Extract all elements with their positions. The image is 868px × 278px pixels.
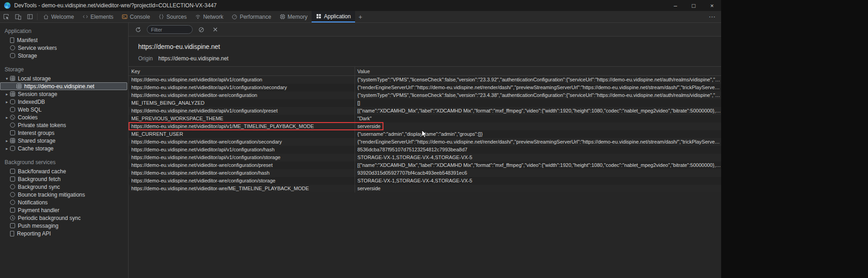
expander-icon[interactable]: ▸ [4,92,10,96]
key-cell[interactable]: https://demo-eu.vidispine.net/vidieditor… [129,177,355,185]
refresh-icon[interactable] [133,25,143,35]
value-cell[interactable]: serverside [355,185,721,192]
table-row[interactable]: https://demo-eu.vidispine.net/vidieditor… [129,169,721,177]
value-cell[interactable]: {"renderEngineServerUrl":"https://demo-e… [355,84,721,91]
sidebar-item-shared-storage[interactable]: ▸ Shared storage [0,137,128,144]
delete-selected-icon[interactable] [210,25,220,35]
sidebar-item-cache-storage[interactable]: ▸ Cache storage [0,144,128,152]
table-row[interactable]: https://demo-eu.vidispine.net/vidieditor… [129,84,721,91]
value-cell[interactable]: [] [355,99,721,107]
sidebar-item-private-state-tokens[interactable]: Private state tokens [0,121,128,129]
expander-icon[interactable]: ▸ [4,139,10,143]
close-button[interactable]: × [703,0,721,11]
value-cell[interactable]: 93920d315d05927707bf4cacb493eeb548391ec6 [355,169,721,177]
value-column-header[interactable]: Value [355,67,721,75]
table-row[interactable]: https://demo-eu.vidispine.net/vidieditor… [129,107,721,115]
sidebar-item-local-storage[interactable]: ▾ Local storage [0,75,128,82]
sidebar-item-session-storage[interactable]: ▸ Session storage [0,90,128,98]
table-row[interactable]: ME_ITEMS_BEING_ANALYZED [] [129,99,721,107]
value-cell[interactable]: {"renderEngineServerUrl":"https://demo-e… [355,138,721,146]
sidebar-item-background-fetch[interactable]: Background fetch [0,175,128,183]
application-icon [316,13,322,19]
value-cell[interactable]: [{"name":"XDCAMHD_Mix","label":"XDCAMHD … [355,107,721,115]
tab-performance[interactable]: Performance [227,11,275,22]
sidebar-item-notifications[interactable]: Notifications [0,198,128,206]
value-cell[interactable]: [{"name":"XDCAMHD_Mix","label":"XDCAMHD … [355,161,721,169]
key-cell[interactable]: https://demo-eu.vidispine.net/vidieditor… [129,76,355,84]
key-cell[interactable]: https://demo-eu.vidispine.net/vidieditor… [129,107,355,115]
tab-network[interactable]: Network [191,11,227,22]
sidebar-item-payment-handler[interactable]: Payment handler [0,206,128,214]
table-row[interactable]: https://demo-eu.vidispine.net/vidieditor… [129,76,721,84]
sidebar-item-bounce-tracking-mitigations[interactable]: Bounce tracking mitigations [0,191,128,198]
table-row[interactable]: https://demo-eu.vidispine.net/vidieditor… [129,91,721,99]
key-cell[interactable]: https://demo-eu.vidispine.net/vidieditor… [129,123,355,130]
tab-memory[interactable]: Memory [275,11,312,22]
table-row[interactable]: ME_PREVIOUS_WORKSPACE_THEME "Dark" [129,115,721,123]
sidebar-item-reporting-api[interactable]: Reporting API [0,230,128,237]
value-cell[interactable]: {"systemType":"VPMS","licenseCheck":fals… [355,91,721,99]
table-row[interactable]: https://demo-eu.vidispine.net/vidieditor… [129,161,721,169]
key-cell[interactable]: https://demo-eu.vidispine.net/vidieditor… [129,91,355,99]
toolbar-separator [37,13,38,20]
sidebar-item-local-storage-origin[interactable]: https://demo-eu.vidispine.net [0,82,127,90]
table-row[interactable]: https://demo-eu.vidispine.net/vidieditor… [129,177,721,185]
key-cell[interactable]: https://demo-eu.vidispine.net/vidieditor… [129,138,355,146]
sidebar-item-interest-groups[interactable]: Interest groups [0,129,128,137]
table-row[interactable]: https://demo-eu.vidispine.net/vidieditor… [129,185,721,192]
tab-application[interactable]: Application [312,11,355,22]
maximize-button[interactable]: □ [685,0,703,11]
tab-sources[interactable]: Sources [154,11,191,22]
expander-icon[interactable]: ▸ [4,115,10,120]
value-cell[interactable]: serverside [355,123,721,130]
key-cell[interactable]: https://demo-eu.vidispine.net/vidieditor… [129,161,355,169]
key-cell[interactable]: ME_CURRENT_USER [129,130,355,138]
value-cell[interactable]: {"username":"admin","displayName":"admin… [355,130,721,138]
table-row-highlighted[interactable]: https://demo-eu.vidispine.net/vidieditor… [129,123,721,130]
sidebar-item-cookies[interactable]: ▸ Cookies [0,113,128,121]
panel-layout-icon[interactable] [24,11,36,22]
more-options-button[interactable]: ⋯ [706,11,717,22]
sidebar-item-manifest[interactable]: Manifest [0,36,128,44]
key-cell[interactable]: https://demo-eu.vidispine.net/vidieditor… [129,84,355,91]
table-row[interactable]: https://demo-eu.vidispine.net/vidieditor… [129,138,721,146]
expander-icon[interactable]: ▾ [4,76,10,81]
key-cell[interactable]: https://demo-eu.vidispine.net/vidieditor… [129,185,355,192]
sidebar-item-push-messaging[interactable]: Push messaging [0,222,128,230]
sidebar-item-label: Manifest [17,37,38,43]
device-toolbar-icon[interactable] [12,11,24,22]
local-storage-icon [10,76,15,81]
value-cell[interactable]: STORAGE-VX-1,STORAGE-VX-4,STORAGE-VX-5 [355,177,721,185]
sidebar-item-back-forward-cache[interactable]: Back/forward cache [0,167,128,175]
expander-icon[interactable]: ▸ [4,100,10,104]
sidebar-item-indexeddb[interactable]: ▸ IndexedDB [0,98,128,106]
key-cell[interactable]: ME_PREVIOUS_WORKSPACE_THEME [129,115,355,123]
value-cell[interactable]: STORAGE-VX-1,STORAGE-VX-4,STORAGE-VX-5 [355,154,721,161]
key-column-header[interactable]: Key [129,67,355,75]
table-row[interactable]: https://demo-eu.vidispine.net/vidieditor… [129,146,721,154]
table-row[interactable]: https://demo-eu.vidispine.net/vidieditor… [129,154,721,161]
key-cell[interactable]: https://demo-eu.vidispine.net/vidieditor… [129,146,355,154]
value-cell[interactable]: "Dark" [355,115,721,123]
tab-console[interactable]: Console [118,11,154,22]
key-cell[interactable]: https://demo-eu.vidispine.net/vidieditor… [129,154,355,161]
sidebar-item-web-sql[interactable]: Web SQL [0,106,128,113]
table-row[interactable]: ME_CURRENT_USER {"username":"admin","dis… [129,130,721,138]
tab-welcome[interactable]: Welcome [39,11,78,22]
tab-label: Welcome [51,14,74,20]
key-cell[interactable]: ME_ITEMS_BEING_ANALYZED [129,99,355,107]
sidebar-item-periodic-background-sync[interactable]: Periodic background sync [0,214,128,222]
minimize-button[interactable]: – [666,0,685,11]
add-panel-button[interactable]: + [355,11,366,22]
sidebar-item-storage[interactable]: Storage [0,52,128,59]
clear-all-icon[interactable] [196,25,206,35]
sidebar-item-background-sync[interactable]: Background sync [0,183,128,191]
tab-elements[interactable]: Elements [78,11,118,22]
value-cell[interactable]: 8536dcba787f95107d75123254812c7993bea8d7 [355,146,721,154]
filter-input[interactable] [147,25,193,34]
sidebar-item-service-workers[interactable]: Service workers [0,44,128,52]
expander-icon[interactable]: ▸ [4,146,10,151]
key-cell[interactable]: https://demo-eu.vidispine.net/vidieditor… [129,169,355,177]
value-cell[interactable]: {"systemType":"VPMS","licenseCheck":fals… [355,76,721,84]
inspect-element-icon[interactable] [0,11,12,22]
